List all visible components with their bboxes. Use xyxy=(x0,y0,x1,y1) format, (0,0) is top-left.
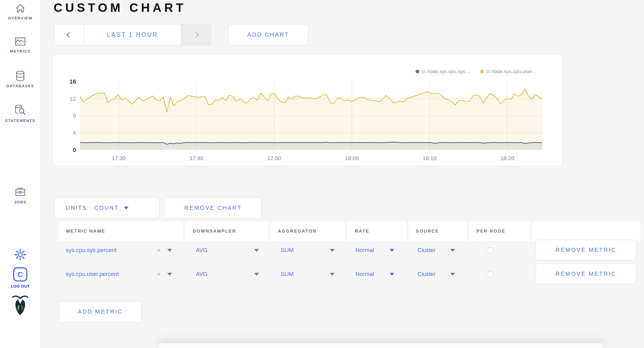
downsampler-value: AVG xyxy=(196,247,208,254)
legend-item-sys[interactable]: cr.node.sys.cpu.sys.... xyxy=(416,69,471,74)
chevron-down-icon[interactable] xyxy=(167,273,172,276)
rate-dropdown[interactable]: Normal xyxy=(355,271,394,278)
gear-icon xyxy=(14,249,26,261)
downsampler-dropdown[interactable]: AVG xyxy=(196,271,259,278)
legend-item-user[interactable]: cr.node.sys.cpu.user... xyxy=(480,69,536,74)
chevron-down-icon xyxy=(254,273,259,276)
chart-card: 161284017:3017:4017:5018:0018:1018:20 cr… xyxy=(53,55,562,166)
svg-text:17:30: 17:30 xyxy=(112,155,126,161)
downsampler-dropdown[interactable]: AVG xyxy=(196,247,259,254)
sidebar-item-label: STATEMENTS xyxy=(0,118,40,123)
home-icon xyxy=(15,3,26,14)
col-header-aggregator: AGGREGATOR xyxy=(270,222,345,241)
units-label: UNITS: xyxy=(66,204,89,211)
svg-text:0: 0 xyxy=(73,147,76,153)
chevron-left-icon xyxy=(67,32,72,37)
chart-legend: cr.node.sys.cpu.sys.... cr.node.sys.cpu.… xyxy=(416,69,536,74)
time-range-picker: LAST 1 HOUR xyxy=(54,24,211,45)
source-dropdown[interactable]: Cluster xyxy=(417,247,455,254)
chevron-down-icon xyxy=(450,273,455,276)
briefcase-icon xyxy=(14,187,26,198)
per-node-checkbox[interactable] xyxy=(487,247,494,253)
chevron-down-icon xyxy=(330,249,335,252)
chevron-right-icon xyxy=(193,32,199,37)
svg-text:18:00: 18:00 xyxy=(345,155,359,161)
main-content: CUSTOM CHART LAST 1 HOUR ADD CHART 16128… xyxy=(41,0,644,348)
aggregator-value: SUM xyxy=(281,247,294,254)
legend-dot xyxy=(480,70,484,73)
database-icon xyxy=(15,70,25,81)
sidebar-item-label: JOBS xyxy=(0,200,40,204)
svg-text:18:10: 18:10 xyxy=(423,155,437,161)
source-value: Cluster xyxy=(417,271,436,278)
sidebar-item-label: DATABASES xyxy=(0,84,40,88)
remove-metric-button[interactable]: REMOVE METRIC xyxy=(536,240,636,260)
sidebar-item-overview[interactable]: OVERVIEW xyxy=(0,3,40,20)
statements-icon xyxy=(14,105,26,116)
col-header-source: SOURCE xyxy=(408,222,467,241)
aggregator-dropdown[interactable]: SUM xyxy=(281,247,335,254)
rate-value: Normal xyxy=(355,271,374,278)
svg-text:17:50: 17:50 xyxy=(267,155,281,161)
col-header-metric-name: METRIC NAME xyxy=(59,222,183,241)
source-value: Cluster xyxy=(417,247,436,254)
legend-label: cr.node.sys.cpu.user... xyxy=(486,69,536,74)
svg-text:12: 12 xyxy=(70,95,76,102)
time-range-next-button[interactable] xyxy=(181,24,211,45)
legend-dot xyxy=(416,70,419,73)
sidebar-item-jobs[interactable]: JOBS xyxy=(0,187,40,204)
metric-name-dropdown[interactable]: sys.cpu.sys.percent xyxy=(66,247,116,254)
svg-text:17:40: 17:40 xyxy=(190,155,203,161)
units-dropdown[interactable]: UNITS: COUNT xyxy=(54,198,159,218)
chevron-down-icon xyxy=(390,249,394,252)
svg-text:C: C xyxy=(18,270,23,279)
add-metric-button[interactable]: ADD METRIC xyxy=(59,301,142,322)
clear-metric-icon[interactable]: × xyxy=(157,270,161,278)
remove-chart-button[interactable]: REMOVE CHART xyxy=(165,198,261,218)
sidebar: OVERVIEW METRICS DATABASES STATEMENTS xyxy=(0,0,41,348)
rate-dropdown[interactable]: Normal xyxy=(355,247,394,254)
logout-label: LOG OUT xyxy=(0,284,40,288)
svg-text:4: 4 xyxy=(73,130,76,136)
rate-value: Normal xyxy=(355,247,374,254)
downsampler-value: AVG xyxy=(196,271,208,278)
sidebar-item-statements[interactable]: STATEMENTS xyxy=(0,105,40,123)
col-header-rate: RATE xyxy=(347,222,406,241)
per-node-checkbox[interactable] xyxy=(487,271,494,277)
cockroachdb-logo xyxy=(0,295,40,316)
metric-name-dropdown[interactable]: sys.cpu.user.percent xyxy=(66,271,119,278)
svg-text:8: 8 xyxy=(73,112,76,119)
time-range-label[interactable]: LAST 1 HOUR xyxy=(84,24,181,45)
chevron-down-icon xyxy=(254,249,259,252)
add-chart-button[interactable]: ADD CHART xyxy=(228,24,308,45)
chevron-down-icon xyxy=(390,273,394,276)
sidebar-item-label: METRICS xyxy=(0,49,40,53)
col-header-per-node: PER NODE xyxy=(469,222,530,241)
aggregator-value: SUM xyxy=(281,271,294,278)
cockroach-c-icon: C xyxy=(13,267,28,282)
col-header-downsampler: DOWNSAMPLER xyxy=(185,222,268,241)
logout-button[interactable]: C LOG OUT xyxy=(0,267,40,288)
svg-text:18:20: 18:20 xyxy=(500,155,514,161)
legend-label: cr.node.sys.cpu.sys.... xyxy=(422,69,471,74)
chevron-down-icon xyxy=(124,207,129,209)
sidebar-item-databases[interactable]: DATABASES xyxy=(0,70,40,88)
page-title: CUSTOM CHART xyxy=(54,1,186,15)
next-card-edge xyxy=(159,343,603,348)
sidebar-item-label: OVERVIEW xyxy=(0,16,40,20)
aggregator-dropdown[interactable]: SUM xyxy=(281,271,335,278)
sidebar-item-metrics[interactable]: METRICS xyxy=(0,36,40,53)
units-value: COUNT xyxy=(94,204,119,211)
chevron-down-icon xyxy=(330,273,335,276)
chevron-down-icon xyxy=(450,249,455,252)
chevron-down-icon[interactable] xyxy=(167,249,172,252)
col-header-actions xyxy=(532,222,641,241)
metrics-icon xyxy=(14,36,26,47)
cockroach-bug-icon xyxy=(12,295,28,316)
remove-metric-button[interactable]: REMOVE METRIC xyxy=(536,264,636,284)
clear-metric-icon[interactable]: × xyxy=(157,247,161,254)
settings-button[interactable] xyxy=(0,249,40,261)
time-range-prev-button[interactable] xyxy=(55,24,84,45)
source-dropdown[interactable]: Cluster xyxy=(417,271,455,278)
svg-text:16: 16 xyxy=(70,78,76,85)
